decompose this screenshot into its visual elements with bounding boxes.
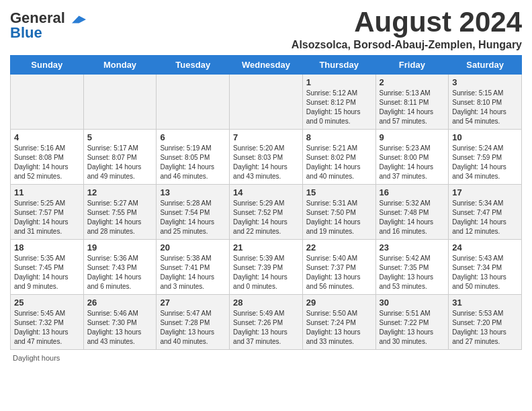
day-info: Sunrise: 5:23 AMSunset: 8:00 PMDaylight:… [380, 144, 445, 181]
day-info: Sunrise: 5:50 AMSunset: 7:24 PMDaylight:… [306, 309, 372, 347]
calendar-cell: 28Sunrise: 5:49 AMSunset: 7:26 PMDayligh… [230, 295, 303, 350]
day-number: 22 [306, 242, 372, 253]
calendar-cell: 27Sunrise: 5:47 AMSunset: 7:28 PMDayligh… [157, 295, 230, 350]
day-info: Sunrise: 5:51 AMSunset: 7:22 PMDaylight:… [380, 309, 445, 347]
day-number: 11 [14, 187, 80, 197]
day-info: Sunrise: 5:31 AMSunset: 7:50 PMDaylight:… [306, 199, 372, 236]
calendar-cell: 16Sunrise: 5:32 AMSunset: 7:48 PMDayligh… [375, 185, 449, 240]
day-info: Sunrise: 5:25 AMSunset: 7:57 PMDaylight:… [14, 199, 80, 236]
weekday-header: Friday [375, 56, 449, 75]
calendar-cell: 7Sunrise: 5:20 AMSunset: 8:03 PMDaylight… [230, 130, 303, 185]
day-number: 26 [87, 298, 153, 308]
day-info: Sunrise: 5:47 AMSunset: 7:28 PMDaylight:… [160, 309, 226, 347]
weekday-header: Sunday [11, 56, 84, 75]
day-number: 17 [452, 187, 518, 197]
day-info: Sunrise: 5:13 AMSunset: 8:11 PMDaylight:… [380, 89, 445, 126]
day-number: 20 [160, 242, 226, 253]
day-number: 6 [160, 132, 226, 142]
calendar-cell: 19Sunrise: 5:36 AMSunset: 7:43 PMDayligh… [83, 240, 157, 295]
calendar-cell: 18Sunrise: 5:35 AMSunset: 7:45 PMDayligh… [11, 240, 84, 295]
calendar-cell: 8Sunrise: 5:21 AMSunset: 8:02 PMDaylight… [302, 130, 375, 185]
daylight-label: Daylight hours [13, 354, 60, 362]
day-number: 15 [306, 187, 372, 197]
day-number: 18 [14, 242, 80, 253]
calendar-cell: 12Sunrise: 5:27 AMSunset: 7:55 PMDayligh… [83, 185, 157, 240]
day-number: 7 [233, 132, 299, 142]
calendar-cell: 2Sunrise: 5:13 AMSunset: 8:11 PMDaylight… [375, 75, 449, 130]
day-info: Sunrise: 5:43 AMSunset: 7:34 PMDaylight:… [452, 254, 518, 291]
calendar-cell: 3Sunrise: 5:15 AMSunset: 8:10 PMDaylight… [449, 75, 522, 130]
day-number: 30 [380, 298, 445, 308]
day-number: 2 [380, 77, 445, 87]
day-info: Sunrise: 5:15 AMSunset: 8:10 PMDaylight:… [452, 89, 518, 126]
weekday-header: Wednesday [230, 56, 303, 75]
day-number: 21 [233, 242, 299, 253]
calendar-table: SundayMondayTuesdayWednesdayThursdayFrid… [10, 55, 522, 350]
day-number: 1 [306, 77, 372, 87]
day-info: Sunrise: 5:29 AMSunset: 7:52 PMDaylight:… [233, 199, 299, 236]
day-number: 31 [452, 298, 518, 308]
calendar-cell: 13Sunrise: 5:28 AMSunset: 7:54 PMDayligh… [157, 185, 230, 240]
calendar-cell: 10Sunrise: 5:24 AMSunset: 7:59 PMDayligh… [449, 130, 522, 185]
calendar-cell: 6Sunrise: 5:19 AMSunset: 8:05 PMDaylight… [157, 130, 230, 185]
day-info: Sunrise: 5:35 AMSunset: 7:45 PMDaylight:… [14, 254, 80, 291]
day-number: 25 [14, 298, 80, 308]
day-info: Sunrise: 5:28 AMSunset: 7:54 PMDaylight:… [160, 199, 226, 236]
day-info: Sunrise: 5:42 AMSunset: 7:35 PMDaylight:… [380, 254, 445, 291]
day-info: Sunrise: 5:36 AMSunset: 7:43 PMDaylight:… [87, 254, 153, 291]
location-title: Alsozsolca, Borsod-Abauj-Zemplen, Hungar… [292, 39, 522, 51]
day-number: 5 [87, 132, 153, 142]
logo-icon [66, 15, 87, 24]
calendar-cell [11, 75, 84, 130]
calendar-cell: 1Sunrise: 5:12 AMSunset: 8:12 PMDaylight… [302, 75, 375, 130]
page-header: GeneralBlue August 2024 Alsozsolca, Bors… [10, 7, 522, 51]
day-info: Sunrise: 5:45 AMSunset: 7:32 PMDaylight:… [14, 309, 80, 347]
calendar-cell: 9Sunrise: 5:23 AMSunset: 8:00 PMDaylight… [375, 130, 449, 185]
title-block: August 2024 Alsozsolca, Borsod-Abauj-Zem… [292, 7, 522, 51]
day-info: Sunrise: 5:12 AMSunset: 8:12 PMDaylight:… [306, 89, 372, 126]
day-number: 19 [87, 242, 153, 253]
day-info: Sunrise: 5:17 AMSunset: 8:07 PMDaylight:… [87, 144, 153, 181]
calendar-cell: 31Sunrise: 5:53 AMSunset: 7:20 PMDayligh… [449, 295, 522, 350]
day-number: 10 [452, 132, 518, 142]
day-info: Sunrise: 5:40 AMSunset: 7:37 PMDaylight:… [306, 254, 372, 291]
weekday-header: Thursday [302, 56, 375, 75]
day-number: 12 [87, 187, 153, 197]
day-info: Sunrise: 5:19 AMSunset: 8:05 PMDaylight:… [160, 144, 226, 181]
day-info: Sunrise: 5:46 AMSunset: 7:30 PMDaylight:… [87, 309, 153, 347]
calendar-cell: 30Sunrise: 5:51 AMSunset: 7:22 PMDayligh… [375, 295, 449, 350]
weekday-header: Tuesday [157, 56, 230, 75]
calendar-header: SundayMondayTuesdayWednesdayThursdayFrid… [11, 56, 522, 75]
day-number: 8 [306, 132, 372, 142]
weekday-header: Saturday [449, 56, 522, 75]
day-info: Sunrise: 5:39 AMSunset: 7:39 PMDaylight:… [233, 254, 299, 291]
day-number: 14 [233, 187, 299, 197]
calendar-cell: 24Sunrise: 5:43 AMSunset: 7:34 PMDayligh… [449, 240, 522, 295]
calendar-cell: 15Sunrise: 5:31 AMSunset: 7:50 PMDayligh… [302, 185, 375, 240]
calendar-cell: 21Sunrise: 5:39 AMSunset: 7:39 PMDayligh… [230, 240, 303, 295]
day-number: 29 [306, 298, 372, 308]
day-info: Sunrise: 5:20 AMSunset: 8:03 PMDaylight:… [233, 144, 299, 181]
day-info: Sunrise: 5:27 AMSunset: 7:55 PMDaylight:… [87, 199, 153, 236]
day-number: 9 [380, 132, 445, 142]
day-number: 16 [380, 187, 445, 197]
calendar-cell: 25Sunrise: 5:45 AMSunset: 7:32 PMDayligh… [11, 295, 84, 350]
calendar-cell: 14Sunrise: 5:29 AMSunset: 7:52 PMDayligh… [230, 185, 303, 240]
weekday-header: Monday [83, 56, 157, 75]
calendar-cell: 4Sunrise: 5:16 AMSunset: 8:08 PMDaylight… [11, 130, 84, 185]
day-info: Sunrise: 5:53 AMSunset: 7:20 PMDaylight:… [452, 309, 518, 347]
day-number: 3 [452, 77, 518, 87]
day-info: Sunrise: 5:34 AMSunset: 7:47 PMDaylight:… [452, 199, 518, 236]
calendar-cell: 26Sunrise: 5:46 AMSunset: 7:30 PMDayligh… [83, 295, 157, 350]
footer-note: Daylight hours [10, 354, 522, 362]
month-title: August 2024 [292, 7, 522, 38]
day-info: Sunrise: 5:32 AMSunset: 7:48 PMDaylight:… [380, 199, 445, 236]
day-number: 28 [233, 298, 299, 308]
svg-marker-0 [72, 15, 86, 23]
day-info: Sunrise: 5:24 AMSunset: 7:59 PMDaylight:… [452, 144, 518, 181]
calendar-cell: 20Sunrise: 5:38 AMSunset: 7:41 PMDayligh… [157, 240, 230, 295]
day-number: 24 [452, 242, 518, 253]
calendar-cell [83, 75, 157, 130]
day-number: 13 [160, 187, 226, 197]
day-info: Sunrise: 5:49 AMSunset: 7:26 PMDaylight:… [233, 309, 299, 347]
